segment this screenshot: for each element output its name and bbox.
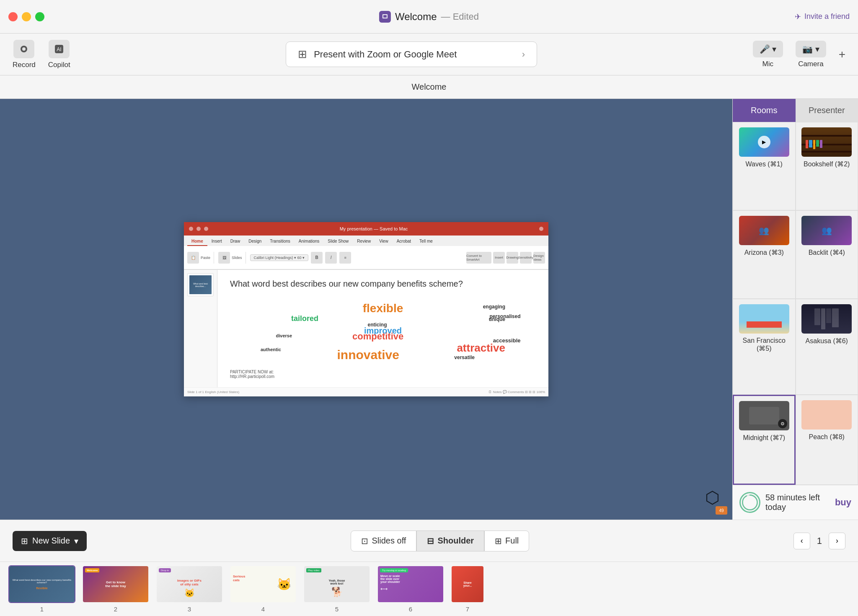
slide-thumb-7[interactable]: Shareyour... [451,565,484,603]
room-backlit[interactable]: 👥 Backlit (⌘4) [796,210,858,299]
toolbar: Record AI Copilot ⊞ Present with Zoom or… [0,34,858,75]
new-slide-button[interactable]: ⊞ New Slide ▾ [13,531,87,551]
ppt-tab-slideshow[interactable]: Slide Show [323,237,353,246]
slide-num-5: 5 [335,606,339,613]
slide-thumb-7-item: Shareyour... 7 [451,565,484,613]
room-peach[interactable]: Peach (⌘8) [796,395,858,485]
view-full-button[interactable]: ⊞ Full [484,531,529,551]
slide-thumb-1[interactable]: What word best describes our new company… [8,565,75,603]
camera-icon: 📷 ▾ [796,41,826,57]
new-slide-icon: ⊞ [21,536,28,546]
ppt-ribbon: Home Insert Draw Design Transitions Anim… [184,236,548,270]
ppt-tab-home[interactable]: Home [187,237,207,246]
ppt-tab-tellme[interactable]: Tell me [415,237,437,246]
right-panel: Rooms Presenter ▶ Waves (⌘1) [732,99,858,520]
ppt-footer-right: 🗒 Notes 💬 Comments ⊟ ⊟ ⊟ 106% [488,390,545,394]
titlebar-center: Welcome — Edited [379,11,479,23]
right-panel-tabs: Rooms Presenter [733,99,858,122]
present-arrow-icon: › [522,49,525,60]
bold-button[interactable]: B [311,252,323,264]
buy-button[interactable]: buy [835,497,851,508]
ppt-tab-draw[interactable]: Draw [226,237,244,246]
insert-button[interactable]: Insert [493,252,505,264]
word-authentic: authentic [261,347,281,352]
slide-num-2: 2 [114,606,117,613]
ppt-title: My presentation — Saved to Mac [212,226,536,231]
backlit-people-icon: 👥 [822,225,832,236]
align-button[interactable]: ≡ [339,252,351,264]
titlebar-right: ✈ Invite a friend [795,12,850,21]
ppt-slide-thumb-1[interactable]: What word best describes... [187,273,214,296]
slide-thumb-6[interactable]: Try moving or scaling Move or scalethe s… [377,565,444,603]
minimize-button[interactable] [22,12,31,21]
room-name-bookshelf: Bookshelf (⌘2) [804,160,850,168]
ppt-tab-insert[interactable]: Insert [207,237,226,246]
room-name-peach: Peach (⌘8) [809,433,845,441]
slide-thumb-5[interactable]: Play video Yeah, thosework too! 🐕 [303,565,370,603]
paste-button[interactable]: 📋 [187,252,199,264]
ppt-slide-thumb-inner: What word best describes... [189,275,212,294]
room-bookshelf[interactable]: Bookshelf (⌘2) [796,122,858,210]
copilot-button[interactable]: AI Copilot [48,40,70,69]
invite-button[interactable]: ✈ Invite a friend [795,12,850,21]
tab-rooms[interactable]: Rooms [733,99,796,122]
word-competitive: competitive [352,331,403,342]
slide-thumb-4[interactable]: Seriouscats 🐱 [230,565,297,603]
design-ideas-button[interactable]: Design Ideas [533,252,545,264]
ppt-tab-design[interactable]: Design [244,237,266,246]
slide-num-4: 4 [261,606,265,613]
room-waves[interactable]: ▶ Waves (⌘1) [733,122,796,210]
new-slide-label: New Slide [32,536,70,546]
rooms-grid: ▶ Waves (⌘1) [733,122,858,485]
close-button[interactable] [8,12,18,21]
add-tab-button[interactable]: + [839,48,845,61]
slides-button[interactable]: 🖼 [218,252,230,264]
record-button[interactable]: Record [13,40,36,69]
room-midnight[interactable]: ⚙ Midnight (⌘7) [733,395,796,485]
slide-thumb-2-item: Welcome Get to knowthe slide tray 2 [82,565,149,613]
font-selector[interactable]: Calibri Light (Headings) ▾ 60 ▾ [250,254,309,261]
present-button[interactable]: ⊞ Present with Zoom or Google Meet › [286,41,537,67]
italic-button[interactable]: I [325,252,337,264]
view-slides-off-button[interactable]: ⊡ Slides off [351,531,416,551]
room-name-midnight: Midnight (⌘7) [743,434,785,442]
room-name-arizona: Arizona (⌘3) [744,248,784,256]
svg-rect-1 [383,15,387,18]
slide-thumb-2[interactable]: Welcome Get to knowthe slide tray [82,565,149,603]
arizona-people-icon: 👥 [759,225,769,236]
record-label: Record [13,61,36,69]
room-name-sf: San Francisco (⌘5) [737,337,792,352]
titlebar-left [8,12,44,21]
room-asakusa[interactable]: Asakusa (⌘6) [796,299,858,395]
shoulder-label: Shoulder [437,536,474,546]
ppt-tab-transitions[interactable]: Transitions [266,237,295,246]
view-shoulder-button[interactable]: ⊟ Shoulder [416,531,484,551]
slide-container: My presentation — Saved to Mac Home Inse… [184,222,548,396]
fullscreen-button[interactable] [35,12,44,21]
convert-smartart-button[interactable]: Convert to SmartArt [466,252,491,264]
prev-slide-button[interactable]: ‹ [793,533,810,549]
ppt-tab-animations[interactable]: Animations [295,237,323,246]
present-label: Present with Zoom or Google Meet [314,49,457,60]
tab-presenter[interactable]: Presenter [796,99,858,122]
titlebar: Welcome — Edited ✈ Invite a friend [0,0,858,34]
room-thumb-arizona: 👥 [739,216,789,245]
active-tab[interactable]: Welcome [412,82,447,92]
slide3-badge: Drop in [159,568,171,572]
app-title: Welcome [395,11,437,23]
room-arizona[interactable]: 👥 Arizona (⌘3) [733,210,796,299]
next-slide-button[interactable]: › [829,533,845,549]
drawing-button[interactable]: Drawing [507,252,518,264]
room-san-francisco[interactable]: San Francisco (⌘5) [733,299,796,395]
tabbar: Welcome [0,75,858,99]
ppt-tab-review[interactable]: Review [353,237,375,246]
slide-thumb-5-item: Play video Yeah, thosework too! 🐕 5 [303,565,370,613]
ppt-tab-view[interactable]: View [375,237,393,246]
mic-button[interactable]: 🎤 ▾ Mic [753,41,783,68]
paste-label: Paste [201,256,210,260]
copilot-label: Copilot [48,61,70,69]
sensitivity-button[interactable]: Sensitivity [520,252,532,264]
ppt-tab-acrobat[interactable]: Acrobat [393,237,415,246]
slide-thumb-3[interactable]: Drop in Images or GIFsof silly cats 🐱 [156,565,223,603]
camera-button[interactable]: 📷 ▾ Camera [796,41,826,68]
